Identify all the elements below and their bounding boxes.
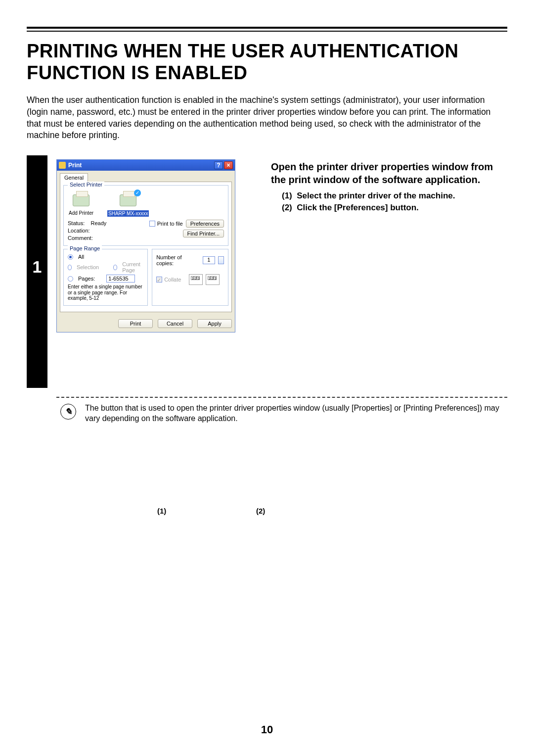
radio-all[interactable]: All [68, 254, 143, 260]
step-sub-2: (2) Click the [Preferences] button. [282, 203, 507, 213]
callout-label-2: (2) [256, 507, 265, 515]
printer-title-icon [59, 162, 66, 169]
note-text: The button that is used to open the prin… [85, 403, 507, 424]
step-number: 1 [27, 257, 47, 277]
status-value: Ready [90, 220, 106, 226]
group-select-printer: Select Printer Add Printer ✓ SHARP MX-xx… [63, 185, 228, 246]
radio-selection-label: Selection [77, 264, 99, 270]
group-page-range: Page Range All Selection Current Page Pa… [63, 249, 148, 306]
cancel-button[interactable]: Cancel [158, 319, 192, 328]
dialog-titlebar[interactable]: Print ? × [57, 160, 235, 171]
printer-item-sharp[interactable]: ✓ SHARP MX-xxxxx [107, 191, 149, 217]
tab-general[interactable]: General [60, 173, 88, 182]
help-button[interactable]: ? [214, 161, 223, 169]
group-title-page-range: Page Range [68, 245, 102, 251]
page-range-note: Enter either a single page number or a s… [68, 284, 143, 301]
location-label: Location: [68, 227, 137, 235]
page-number: 10 [0, 723, 534, 736]
print-to-file-label: Print to file [157, 221, 183, 227]
pages-input[interactable] [106, 275, 135, 283]
note-icon: ✎ [60, 404, 76, 420]
step-number-strip: 1 [27, 155, 47, 388]
copies-spinner[interactable] [218, 256, 224, 264]
page-title: PRINTING WHEN THE USER AUTHENTICATION FU… [27, 41, 507, 84]
printer-item-add[interactable]: Add Printer [69, 191, 93, 217]
intro-paragraph: When the user authentication function is… [27, 94, 507, 142]
printer-add-label: Add Printer [69, 210, 93, 216]
find-printer-button[interactable]: Find Printer... [183, 230, 224, 237]
callout-label-1: (1) [157, 507, 166, 515]
double-rule [27, 27, 507, 32]
radio-current-label: Current Page [122, 261, 143, 273]
copies-label: Number of copies: [156, 254, 200, 266]
radio-all-label: All [78, 254, 84, 260]
group-title-select-printer: Select Printer [68, 182, 104, 188]
step-sub-1: (1) Select the printer driver of the mac… [282, 191, 507, 201]
collate-checkbox: ✓Collate [156, 277, 181, 283]
copies-value[interactable]: 1 [203, 256, 216, 264]
radio-pages-label: Pages: [78, 276, 95, 282]
print-button[interactable]: Print [118, 319, 153, 328]
print-dialog: Print ? × General Select Printer [56, 159, 235, 332]
default-check-icon: ✓ [134, 189, 141, 196]
radio-selection [68, 265, 72, 270]
print-to-file-checkbox[interactable]: Print to file [149, 221, 183, 227]
preferences-button[interactable]: Preferences [186, 220, 224, 228]
radio-pages[interactable] [68, 276, 73, 282]
status-label: Status: [68, 220, 85, 226]
close-button[interactable]: × [224, 161, 233, 169]
radio-current [113, 265, 117, 270]
step-heading: Open the printer driver properties windo… [271, 160, 507, 186]
collate-label: Collate [164, 277, 181, 283]
printer-sharp-label: SHARP MX-xxxxx [107, 210, 149, 217]
collate-icon: 123 123 [189, 274, 220, 285]
dialog-title: Print [68, 162, 82, 169]
apply-button[interactable]: Apply [197, 319, 232, 328]
comment-label: Comment: [68, 235, 137, 242]
group-copies: Number of copies: 1 ✓Collate 123 123 [152, 249, 228, 306]
